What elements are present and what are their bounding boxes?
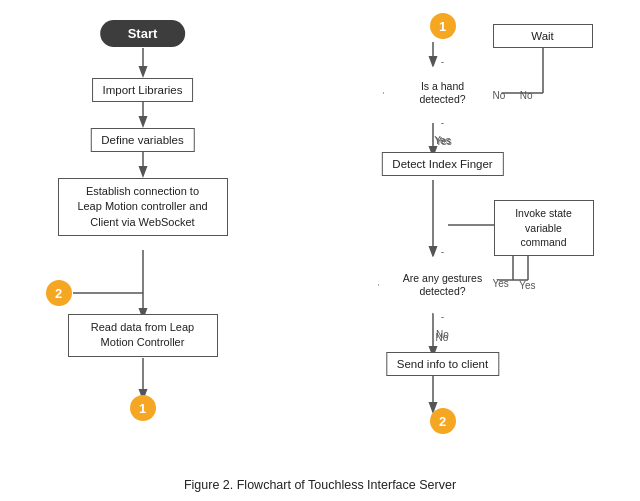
establish-box: Establish connection toLeap Motion contr… <box>58 178 228 236</box>
hand-no-label: No <box>520 90 533 101</box>
import-label: Import Libraries <box>92 78 194 102</box>
send-box: Send info to client <box>386 352 499 376</box>
yes-text-hand: Yes <box>436 136 452 147</box>
read-label: Read data from LeapMotion Controller <box>68 314 218 357</box>
gestures-diamond: Are any gestures detected? Yes No <box>378 252 508 318</box>
invoke-box: Invoke statevariable command <box>494 200 594 256</box>
badge-2-right-label: 2 <box>430 408 456 434</box>
right-diagram: 1 Wait Is a hand detected? No Yes <box>288 10 598 440</box>
define-box: Define variables <box>90 128 194 152</box>
gestures-yes-label: Yes <box>519 280 535 291</box>
establish-label: Establish connection toLeap Motion contr… <box>58 178 228 236</box>
badge-2-left: 2 <box>46 280 72 306</box>
detect-label: Detect Index Finger <box>381 152 503 176</box>
send-label: Send info to client <box>386 352 499 376</box>
badge-1-right-top: 1 <box>430 13 456 39</box>
figure-container: Start Import Libraries Define variables … <box>0 0 640 501</box>
define-label: Define variables <box>90 128 194 152</box>
wait-box: Wait <box>493 24 593 48</box>
page: Start Import Libraries Define variables … <box>0 0 640 501</box>
badge-1-right-label: 1 <box>430 13 456 39</box>
badge-2-right-bottom: 2 <box>430 408 456 434</box>
badge-2-label: 2 <box>46 280 72 306</box>
hand-question-label: Is a hand detected? <box>400 80 485 105</box>
hand-diamond: Is a hand detected? No Yes <box>383 62 503 124</box>
badge-1-label: 1 <box>130 395 156 421</box>
caption-text: Figure 2. Flowchart of Touchless Interfa… <box>184 478 456 492</box>
yes-text-gestures: Yes <box>493 278 509 289</box>
start-box: Start <box>100 20 186 47</box>
figure-caption: Figure 2. Flowchart of Touchless Interfa… <box>184 478 456 496</box>
wait-label: Wait <box>493 24 593 48</box>
start-label: Start <box>100 20 186 47</box>
import-box: Import Libraries <box>92 78 194 102</box>
badge-1-left-bottom: 1 <box>130 395 156 421</box>
left-diagram: Start Import Libraries Define variables … <box>43 10 243 440</box>
invoke-label: Invoke statevariable command <box>494 200 594 256</box>
gestures-question-label: Are any gestures detected? <box>395 272 490 297</box>
read-box: Read data from LeapMotion Controller <box>68 314 218 357</box>
diagrams-row: Start Import Libraries Define variables … <box>20 10 620 472</box>
no-text-gestures: No <box>436 332 449 343</box>
no-text-hand: No <box>493 90 506 101</box>
detect-box: Detect Index Finger <box>381 152 503 176</box>
